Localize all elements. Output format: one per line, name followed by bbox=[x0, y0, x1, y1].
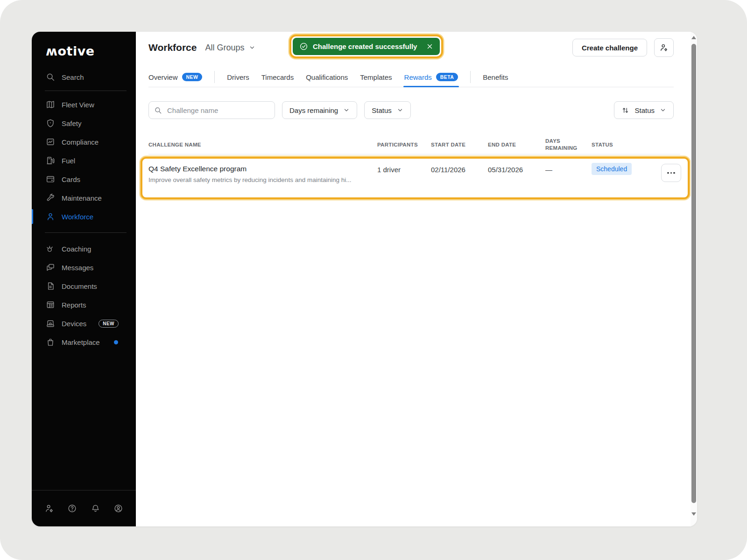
sidebar-item-safety[interactable]: Safety bbox=[32, 114, 136, 133]
sidebar-item-label: Marketplace bbox=[62, 338, 100, 346]
sidebar: ʍotive Search Fleet View Safety Complian… bbox=[32, 32, 136, 526]
participants-cell: 1 driver bbox=[377, 165, 431, 197]
toast-highlight-ring: Challenge created successfully bbox=[289, 35, 443, 58]
challenge-name: Q4 Safety Excellence program bbox=[148, 165, 377, 173]
column-start-date: START DATE bbox=[431, 141, 488, 148]
sidebar-item-label: Search bbox=[62, 73, 84, 81]
filter-label: Days remaining bbox=[289, 106, 338, 114]
row-highlight-ring: Q4 Safety Excellence program Improve ove… bbox=[141, 157, 690, 199]
sidebar-divider bbox=[45, 91, 127, 91]
sidebar-item-documents[interactable]: Documents bbox=[32, 277, 136, 295]
chevron-down-icon bbox=[343, 107, 350, 113]
chart-icon bbox=[46, 137, 55, 147]
sidebar-item-reports[interactable]: Reports bbox=[32, 295, 136, 314]
user-settings-icon[interactable] bbox=[44, 504, 54, 513]
sidebar-item-label: Fuel bbox=[62, 157, 75, 165]
column-end-date: END DATE bbox=[488, 141, 545, 148]
sidebar-item-label: Coaching bbox=[62, 245, 91, 253]
create-challenge-button[interactable]: Create challenge bbox=[572, 39, 647, 56]
toast-message: Challenge created successfully bbox=[313, 42, 417, 50]
scrollbar-thumb[interactable] bbox=[691, 44, 696, 503]
more-dots-icon bbox=[670, 172, 672, 174]
whistle-icon bbox=[46, 244, 55, 253]
scroll-up-arrow[interactable] bbox=[691, 36, 696, 39]
vertical-scrollbar[interactable] bbox=[691, 32, 697, 526]
sidebar-item-cards[interactable]: Cards bbox=[32, 170, 136, 189]
scroll-down-arrow[interactable] bbox=[691, 512, 696, 516]
group-filter-dropdown[interactable]: All Groups bbox=[205, 43, 255, 53]
table-header: CHALLENGE NAME PARTICIPANTS START DATE E… bbox=[148, 135, 680, 154]
challenge-name-cell: Q4 Safety Excellence program Improve ove… bbox=[148, 165, 377, 197]
new-badge: NEW bbox=[182, 73, 203, 81]
report-icon bbox=[46, 300, 55, 309]
status-cell: Scheduled bbox=[592, 165, 661, 197]
tab-qualifications[interactable]: Qualifications bbox=[306, 67, 348, 87]
sidebar-item-devices[interactable]: Devices NEW bbox=[32, 314, 136, 333]
help-icon[interactable] bbox=[67, 504, 77, 513]
chevron-down-icon bbox=[249, 44, 255, 51]
group-filter-label: All Groups bbox=[205, 43, 244, 53]
sort-by-dropdown[interactable]: Status bbox=[614, 101, 674, 119]
filter-label: Status bbox=[372, 106, 392, 114]
column-days-remaining: DAYS REMAINING bbox=[545, 138, 592, 152]
sidebar-item-workforce[interactable]: Workforce bbox=[32, 207, 136, 226]
tab-label: Overview bbox=[148, 73, 178, 81]
sidebar-item-label: Messages bbox=[62, 264, 93, 272]
tab-bar: Overview NEW Drivers Timecards Qualifica… bbox=[148, 67, 674, 87]
header-actions: Create challenge bbox=[572, 38, 674, 57]
screenshot-canvas: ʍotive Search Fleet View Safety Complian… bbox=[0, 0, 747, 560]
app-window: ʍotive Search Fleet View Safety Complian… bbox=[32, 32, 697, 526]
tab-drivers[interactable]: Drivers bbox=[227, 67, 249, 87]
column-status: STATUS bbox=[592, 141, 661, 148]
notifications-icon[interactable] bbox=[91, 504, 100, 513]
tab-label: Benefits bbox=[483, 73, 508, 81]
sidebar-item-compliance[interactable]: Compliance bbox=[32, 133, 136, 151]
challenge-description: Improve overall safety metrics by reduci… bbox=[148, 176, 377, 183]
account-icon[interactable] bbox=[113, 504, 123, 513]
sidebar-divider bbox=[45, 232, 127, 233]
row-actions-button[interactable] bbox=[661, 164, 681, 182]
chevron-down-icon bbox=[397, 107, 403, 113]
sidebar-item-fleet-view[interactable]: Fleet View bbox=[32, 95, 136, 114]
end-date-cell: 05/31/2026 bbox=[488, 165, 545, 197]
tab-rewards[interactable]: Rewards BETA bbox=[404, 67, 458, 87]
close-icon[interactable] bbox=[426, 43, 433, 50]
table-row[interactable]: Q4 Safety Excellence program Improve ove… bbox=[142, 159, 688, 197]
chat-icon bbox=[46, 263, 55, 272]
beta-badge: BETA bbox=[436, 73, 458, 81]
motive-logo: ʍotive bbox=[46, 44, 136, 58]
sidebar-item-label: Maintenance bbox=[62, 194, 102, 202]
sort-label: Status bbox=[634, 106, 655, 114]
days-remaining-cell: — bbox=[545, 165, 592, 197]
tab-templates[interactable]: Templates bbox=[360, 67, 392, 87]
tab-label: Templates bbox=[360, 73, 392, 81]
tab-divider bbox=[470, 71, 471, 83]
tab-overview[interactable]: Overview NEW bbox=[148, 67, 202, 87]
device-icon bbox=[46, 319, 55, 328]
status-filter[interactable]: Status bbox=[364, 101, 411, 119]
sidebar-item-marketplace[interactable]: Marketplace bbox=[32, 333, 136, 351]
sidebar-item-search[interactable]: Search bbox=[32, 68, 136, 86]
sidebar-item-maintenance[interactable]: Maintenance bbox=[32, 189, 136, 207]
page-title: Workforce bbox=[148, 42, 197, 53]
bag-icon bbox=[46, 337, 55, 347]
fuel-icon bbox=[46, 156, 55, 165]
tab-benefits[interactable]: Benefits bbox=[483, 67, 508, 87]
active-indicator bbox=[32, 209, 33, 224]
document-icon bbox=[46, 281, 55, 291]
success-toast: Challenge created successfully bbox=[293, 38, 440, 55]
sidebar-item-messages[interactable]: Messages bbox=[32, 258, 136, 277]
challenge-search-field[interactable] bbox=[148, 101, 275, 119]
column-challenge-name: CHALLENGE NAME bbox=[148, 141, 377, 148]
tab-label: Rewards bbox=[404, 73, 432, 81]
new-badge: NEW bbox=[99, 320, 119, 328]
start-date-cell: 02/11/2026 bbox=[431, 165, 488, 197]
tab-timecards[interactable]: Timecards bbox=[261, 67, 294, 87]
user-settings-icon bbox=[659, 43, 669, 52]
shield-icon bbox=[46, 119, 55, 128]
sidebar-item-coaching[interactable]: Coaching bbox=[32, 239, 136, 258]
days-remaining-filter[interactable]: Days remaining bbox=[282, 101, 357, 119]
user-settings-button[interactable] bbox=[654, 38, 674, 57]
sidebar-item-fuel[interactable]: Fuel bbox=[32, 151, 136, 170]
challenge-search-input[interactable] bbox=[166, 106, 269, 115]
